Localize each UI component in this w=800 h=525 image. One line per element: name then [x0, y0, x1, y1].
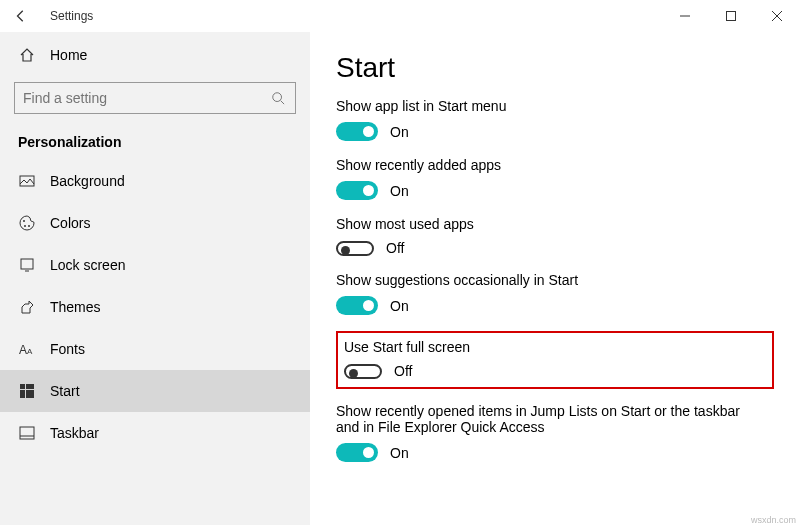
svg-line-5 [281, 101, 285, 105]
toggle-recently-added[interactable] [336, 181, 378, 200]
sidebar-item-background[interactable]: Background [0, 160, 310, 202]
svg-rect-18 [20, 427, 34, 439]
setting-suggestions: Show suggestions occasionally in Start O… [336, 272, 774, 315]
lock-screen-icon [18, 256, 36, 274]
svg-text:A: A [19, 343, 27, 356]
back-icon[interactable] [12, 7, 30, 25]
taskbar-icon [18, 424, 36, 442]
svg-rect-16 [20, 390, 25, 398]
nav-label: Themes [50, 299, 101, 315]
home-icon [18, 46, 36, 64]
highlight-full-screen: Use Start full screen Off [336, 331, 774, 389]
sidebar-item-taskbar[interactable]: Taskbar [0, 412, 310, 454]
setting-full-screen: Use Start full screen Off [344, 339, 766, 379]
category-title: Personalization [0, 128, 310, 160]
svg-rect-17 [26, 390, 34, 398]
search-input[interactable] [23, 90, 269, 106]
svg-rect-14 [20, 384, 25, 389]
colors-icon [18, 214, 36, 232]
page-title: Start [336, 52, 774, 84]
toggle-full-screen[interactable] [344, 364, 382, 379]
content-pane: Start Show app list in Start menu On Sho… [310, 32, 800, 525]
minimize-button[interactable] [662, 0, 708, 32]
window-title: Settings [50, 9, 93, 23]
setting-label: Show recently added apps [336, 157, 774, 173]
svg-point-8 [24, 225, 26, 227]
nav-label: Colors [50, 215, 90, 231]
sidebar-item-colors[interactable]: Colors [0, 202, 310, 244]
maximize-button[interactable] [708, 0, 754, 32]
setting-label: Show app list in Start menu [336, 98, 774, 114]
toggle-state: Off [386, 240, 404, 256]
toggle-state: On [390, 183, 409, 199]
sidebar-item-lock-screen[interactable]: Lock screen [0, 244, 310, 286]
svg-rect-10 [21, 259, 33, 269]
toggle-most-used[interactable] [336, 241, 374, 256]
sidebar-item-fonts[interactable]: AA Fonts [0, 328, 310, 370]
toggle-state: On [390, 298, 409, 314]
window-controls [662, 0, 800, 32]
toggle-state: Off [394, 363, 412, 379]
sidebar: Home Personalization Background Colors L… [0, 32, 310, 525]
nav-label: Taskbar [50, 425, 99, 441]
svg-rect-15 [26, 384, 34, 389]
sidebar-home[interactable]: Home [0, 36, 310, 74]
search-box[interactable] [14, 82, 296, 114]
svg-point-7 [23, 220, 25, 222]
svg-text:A: A [27, 347, 33, 356]
nav-label: Start [50, 383, 80, 399]
toggle-state: On [390, 445, 409, 461]
watermark: wsxdn.com [751, 515, 796, 525]
setting-label: Show recently opened items in Jump Lists… [336, 403, 756, 435]
svg-rect-1 [727, 12, 736, 21]
toggle-app-list[interactable] [336, 122, 378, 141]
search-icon [269, 89, 287, 107]
titlebar: Settings [0, 0, 800, 32]
setting-recently-added: Show recently added apps On [336, 157, 774, 200]
sidebar-item-themes[interactable]: Themes [0, 286, 310, 328]
setting-app-list: Show app list in Start menu On [336, 98, 774, 141]
fonts-icon: AA [18, 340, 36, 358]
home-label: Home [50, 47, 87, 63]
nav-label: Background [50, 173, 125, 189]
setting-most-used: Show most used apps Off [336, 216, 774, 256]
setting-label: Use Start full screen [344, 339, 766, 355]
nav-label: Fonts [50, 341, 85, 357]
svg-point-4 [273, 93, 282, 102]
setting-jump-lists: Show recently opened items in Jump Lists… [336, 403, 774, 462]
toggle-suggestions[interactable] [336, 296, 378, 315]
sidebar-item-start[interactable]: Start [0, 370, 310, 412]
svg-point-9 [28, 225, 30, 227]
themes-icon [18, 298, 36, 316]
start-icon [18, 382, 36, 400]
close-button[interactable] [754, 0, 800, 32]
setting-label: Show most used apps [336, 216, 774, 232]
toggle-jump-lists[interactable] [336, 443, 378, 462]
background-icon [18, 172, 36, 190]
setting-label: Show suggestions occasionally in Start [336, 272, 774, 288]
nav-label: Lock screen [50, 257, 125, 273]
toggle-state: On [390, 124, 409, 140]
